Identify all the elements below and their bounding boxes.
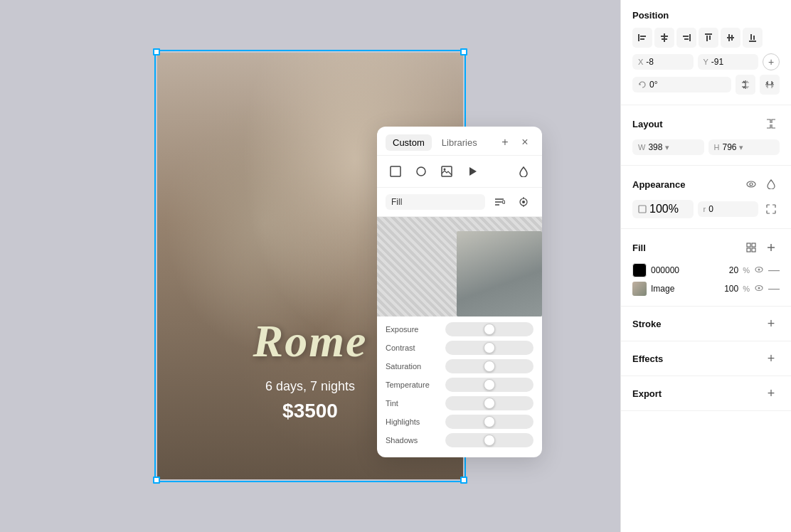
appearance-resize-icon[interactable]	[763, 201, 780, 218]
appearance-controls: 100% r 0	[632, 200, 780, 218]
width-dropdown[interactable]: ▾	[665, 143, 669, 152]
svg-rect-2	[442, 166, 452, 176]
layout-expand-icon[interactable]	[763, 115, 780, 132]
fill-select[interactable]: Fill	[386, 194, 485, 210]
height-label: H	[714, 143, 720, 151]
panel-tabs: Custom Libraries + ×	[377, 127, 542, 156]
align-center-h-button[interactable]	[654, 28, 674, 48]
svg-rect-12	[640, 38, 644, 40]
fill-visibility-button[interactable]	[754, 265, 764, 277]
export-title: Export	[632, 388, 763, 399]
fill-image-thumb[interactable]	[632, 282, 647, 296]
handle-bottom-left[interactable]	[153, 477, 160, 484]
opacity-input[interactable]: 100%	[632, 200, 694, 218]
layout-section: Layout W 398 ▾ H 796 ▾	[621, 105, 791, 166]
slider-shadows-track[interactable]	[445, 433, 533, 447]
align-center-v-button[interactable]	[721, 28, 740, 48]
slider-highlights-label: Highlights	[386, 417, 440, 426]
y-label: Y	[704, 58, 708, 66]
fill-title: Fill	[632, 243, 743, 253]
handle-top-right[interactable]	[460, 48, 467, 55]
rotate-row: 0°	[632, 75, 780, 95]
slider-tint-label: Tint	[386, 399, 440, 408]
appearance-title: Appearance	[632, 179, 743, 190]
x-input[interactable]: X -8	[632, 54, 694, 70]
slider-tint-track[interactable]	[445, 396, 533, 410]
flip-v-button[interactable]	[760, 75, 780, 95]
svg-point-29	[750, 183, 753, 186]
align-top-button[interactable]	[699, 28, 718, 48]
slider-exposure-track[interactable]	[445, 322, 533, 336]
svg-rect-26	[750, 34, 752, 40]
panel-icon-circle[interactable]	[411, 161, 431, 181]
stroke-title: Stroke	[632, 319, 763, 329]
stroke-add-button[interactable]: +	[763, 315, 780, 332]
rotate-input[interactable]: 0°	[632, 77, 731, 92]
slider-temperature: Temperature	[386, 378, 533, 392]
radius-input[interactable]: r 0	[698, 201, 759, 217]
svg-rect-0	[391, 166, 400, 176]
y-input[interactable]: Y -91	[698, 54, 759, 70]
radius-label: r	[704, 205, 706, 213]
panel-icon-square[interactable]	[386, 161, 405, 181]
height-input[interactable]: H 796 ▾	[708, 139, 780, 155]
canvas-area: Rome 6 days, 7 nights $3500 Custom Libra…	[0, 0, 620, 532]
canvas-subtitle: 6 days, 7 nights	[265, 379, 355, 394]
panel-close-button[interactable]: ×	[516, 134, 533, 151]
effects-title: Effects	[632, 353, 763, 364]
slider-saturation: Saturation	[386, 359, 533, 373]
fill-target-icon[interactable]	[514, 192, 533, 212]
handle-top-left[interactable]	[153, 48, 160, 55]
align-row-top	[632, 28, 780, 48]
panel-fill-row: Fill	[377, 188, 542, 217]
panel-icon-play[interactable]	[462, 161, 482, 181]
tab-custom[interactable]: Custom	[386, 134, 432, 151]
slider-highlights-track[interactable]	[445, 415, 533, 429]
stroke-section[interactable]: Stroke +	[621, 307, 791, 341]
slider-temperature-track[interactable]	[445, 378, 533, 392]
align-bottom-button[interactable]	[743, 28, 763, 48]
panel-icon-image[interactable]	[437, 161, 457, 181]
align-right-button[interactable]	[676, 28, 696, 48]
fill-opacity-unit: %	[743, 266, 750, 275]
position-add-button[interactable]: +	[763, 53, 780, 70]
panel-add-button[interactable]: +	[497, 134, 514, 151]
flip-h-button[interactable]	[736, 75, 755, 95]
svg-point-38	[758, 268, 760, 270]
fill-adjust-icon[interactable]	[489, 192, 509, 212]
fill-color-swatch[interactable]	[632, 263, 647, 277]
handle-bottom-right[interactable]	[460, 477, 467, 484]
fill-image-visibility-button[interactable]	[754, 283, 764, 295]
svg-rect-23	[728, 34, 730, 41]
fill-image-remove-button[interactable]: —	[768, 282, 780, 295]
effects-section[interactable]: Effects +	[621, 341, 791, 376]
appearance-eye-icon[interactable]	[743, 176, 760, 193]
align-left-button[interactable]	[632, 28, 652, 48]
svg-rect-16	[689, 34, 691, 41]
fill-hex-value: 000000	[651, 265, 725, 275]
fill-image-opacity: 100	[724, 284, 738, 294]
fill-remove-button[interactable]: —	[768, 264, 780, 277]
height-dropdown[interactable]: ▾	[739, 143, 743, 152]
export-add-button[interactable]: +	[763, 385, 780, 402]
width-input[interactable]: W 398 ▾	[632, 139, 704, 155]
appearance-drop-icon[interactable]	[763, 176, 780, 193]
slider-saturation-track[interactable]	[445, 359, 533, 373]
export-section[interactable]: Export +	[621, 376, 791, 411]
effects-add-button[interactable]: +	[763, 350, 780, 367]
slider-highlights: Highlights	[386, 415, 533, 429]
tab-libraries[interactable]: Libraries	[435, 134, 484, 151]
x-value: -8	[646, 57, 687, 67]
height-value: 796	[722, 142, 736, 152]
slider-exposure-label: Exposure	[386, 325, 440, 334]
slider-saturation-label: Saturation	[386, 362, 440, 371]
svg-rect-20	[706, 36, 708, 41]
slider-shadows: Shadows	[386, 433, 533, 447]
svg-point-5	[502, 201, 505, 203]
panel-icon-drop[interactable]	[514, 161, 533, 181]
fill-grid-icon[interactable]	[743, 239, 760, 256]
position-section: Position X	[621, 0, 791, 105]
slider-shadows-label: Shadows	[386, 436, 440, 445]
slider-contrast-track[interactable]	[445, 341, 533, 355]
fill-add-button[interactable]	[763, 239, 780, 256]
